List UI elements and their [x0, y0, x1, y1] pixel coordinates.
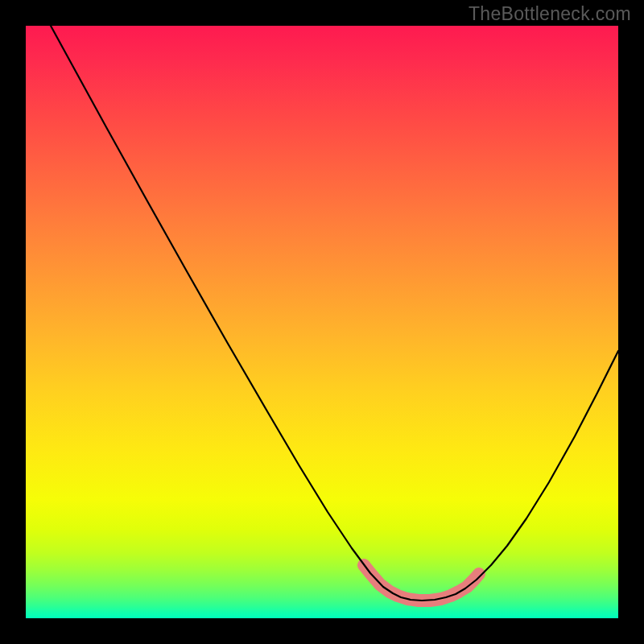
- bottleneck-curve-line: [51, 26, 618, 601]
- optimal-band-line: [364, 565, 479, 601]
- chart-container: [0, 0, 644, 644]
- plot-area: [26, 26, 618, 618]
- curve-layer: [26, 26, 618, 618]
- watermark-text: TheBottleneck.com: [469, 3, 631, 25]
